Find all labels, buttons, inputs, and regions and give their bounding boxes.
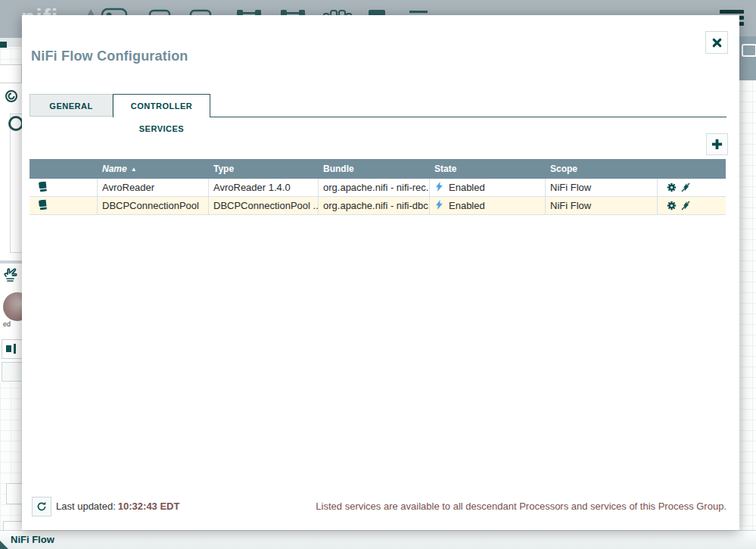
header-icon-column	[30, 159, 98, 179]
header-actions-column	[658, 159, 726, 179]
disable-bolt-icon[interactable]	[681, 201, 690, 211]
sort-asc-icon: ▲	[131, 166, 137, 173]
cell-state: Enabled	[430, 197, 546, 214]
usage-book-icon[interactable]	[37, 181, 48, 194]
breadcrumb[interactable]: NiFi Flow	[11, 531, 54, 549]
header-type[interactable]: Type	[209, 159, 319, 179]
edit-gear-icon[interactable]	[667, 182, 677, 192]
cell-name: DBCPConnectionPool	[98, 197, 209, 214]
last-updated: Last updated:10:32:43 EDT	[56, 501, 179, 512]
header-state[interactable]: State	[430, 159, 546, 179]
compass-icon	[5, 89, 18, 106]
cell-scope: NiFi Flow	[546, 179, 658, 196]
last-updated-value: 10:32:43 EDT	[118, 501, 180, 512]
edit-gear-icon[interactable]	[667, 201, 677, 211]
table-row[interactable]: DBCPConnectionPool DBCPConnectionPool ..…	[30, 197, 726, 215]
plus-icon	[711, 139, 723, 150]
cell-scope: NiFi Flow	[546, 197, 658, 214]
usage-book-icon[interactable]	[37, 199, 48, 212]
cluster-chip	[0, 42, 7, 48]
cell-type: DBCPConnectionPool ...	[209, 197, 319, 214]
cell-bundle: org.apache.nifi - nifi-rec...	[319, 179, 430, 196]
enabled-bolt-icon	[436, 182, 443, 194]
operate-id-fragment: ed	[3, 320, 11, 328]
breadcrumb-bar: NiFi Flow	[0, 530, 756, 549]
refresh-button[interactable]	[32, 497, 51, 516]
flow-configuration-dialog: NiFi Flow Configuration GENERAL CONTROLL…	[22, 15, 739, 530]
nifi-app: nifi	[0, 0, 756, 549]
mini-label-icon	[742, 44, 756, 57]
header-scope[interactable]: Scope	[546, 159, 658, 179]
table-header-row: Name ▲ Type Bundle State Scope	[30, 159, 726, 179]
tab-general[interactable]: GENERAL	[30, 94, 113, 117]
cell-state: Enabled	[430, 179, 546, 196]
operate-button-fragment-2[interactable]	[2, 362, 23, 382]
close-button[interactable]	[705, 31, 728, 54]
tab-underline	[210, 117, 726, 117]
navigate-palette-header	[0, 64, 22, 83]
cell-actions	[658, 179, 726, 196]
tab-controller-services[interactable]: CONTROLLER SERVICES	[113, 94, 210, 117]
add-controller-service-button[interactable]	[706, 133, 728, 155]
canvas-wedge-fragment	[0, 541, 8, 549]
cell-bundle: org.apache.nifi - nifi-dbc...	[319, 197, 430, 214]
scope-note: Listed services are available to all des…	[316, 501, 726, 512]
cell-type: AvroReader 1.4.0	[209, 179, 319, 196]
page-title: NiFi Flow Configuration	[31, 48, 188, 64]
controller-services-table: Name ▲ Type Bundle State Scope	[30, 159, 726, 215]
palette-divider	[0, 260, 22, 264]
enabled-bolt-icon	[436, 200, 443, 212]
refresh-icon	[36, 501, 47, 512]
operate-hand-icon	[3, 267, 20, 286]
disable-bolt-icon[interactable]	[681, 182, 690, 192]
table-row[interactable]: AvroReader AvroReader 1.4.0 org.apache.n…	[30, 179, 726, 197]
close-icon	[711, 37, 723, 48]
header-bundle[interactable]: Bundle	[319, 159, 430, 179]
operate-button-fragment[interactable]	[2, 339, 23, 359]
cell-name: AvroReader	[98, 179, 209, 196]
header-name[interactable]: Name ▲	[98, 159, 209, 179]
zoom-control-fragment[interactable]	[8, 116, 23, 131]
cell-actions	[658, 197, 726, 214]
